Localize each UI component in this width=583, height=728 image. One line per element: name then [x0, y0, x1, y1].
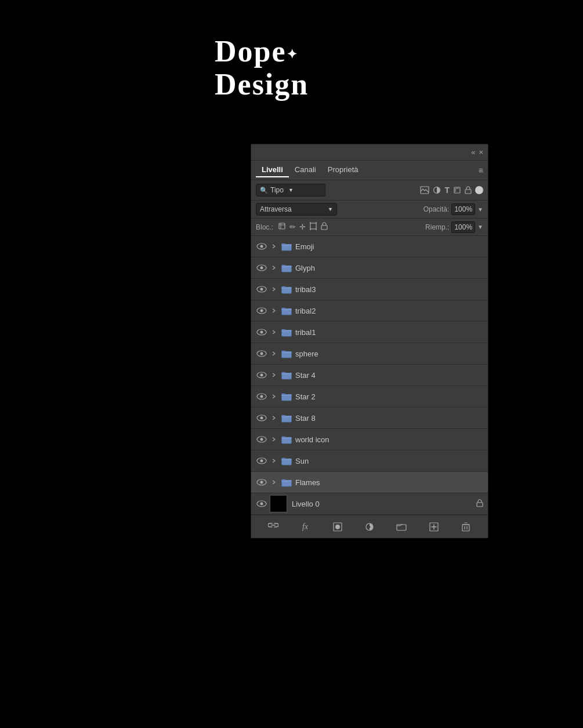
opacity-value[interactable]: 100%: [451, 203, 475, 215]
layer-name: Emoji: [295, 242, 483, 251]
tab-proprieta[interactable]: Proprietà: [322, 163, 364, 177]
link-layers-btn[interactable]: [266, 519, 281, 534]
lock-all-icon[interactable]: [321, 222, 328, 232]
layer-item[interactable]: Flames: [251, 472, 488, 493]
svg-point-70: [368, 526, 370, 527]
layer-item[interactable]: Star 2: [251, 386, 488, 407]
svg-rect-34: [281, 330, 291, 331]
tab-menu-icon[interactable]: ≡: [479, 166, 483, 175]
close-icon[interactable]: ×: [479, 148, 483, 156]
expand-chevron-icon[interactable]: [270, 328, 278, 336]
layer-name: tribal2: [295, 307, 483, 315]
svg-rect-30: [281, 308, 291, 310]
expand-chevron-icon[interactable]: [270, 307, 278, 315]
svg-point-60: [260, 481, 263, 484]
eye-icon[interactable]: [256, 392, 267, 401]
svg-rect-65: [477, 503, 483, 507]
lock-brush-icon[interactable]: ✏: [289, 223, 296, 231]
eye-icon[interactable]: [256, 285, 267, 294]
layer-item[interactable]: Emoji: [251, 236, 488, 257]
expand-chevron-icon[interactable]: [270, 414, 278, 422]
new-layer-btn[interactable]: [426, 519, 441, 534]
eye-icon[interactable]: [256, 499, 267, 508]
svg-rect-50: [281, 416, 291, 417]
fx-btn[interactable]: fx: [298, 519, 313, 534]
expand-chevron-icon[interactable]: [270, 350, 278, 358]
tab-livelli[interactable]: Livelli: [256, 163, 289, 177]
eye-icon[interactable]: [256, 306, 267, 315]
eye-icon[interactable]: [256, 435, 267, 444]
folder-icon: [280, 434, 293, 445]
filter-text-icon[interactable]: T: [444, 185, 450, 195]
expand-chevron-icon[interactable]: [270, 435, 278, 443]
layer-item[interactable]: sphere: [251, 343, 488, 365]
fill-section: Riemp.: 100% ▼: [425, 221, 483, 233]
blend-mode-dropdown[interactable]: Attraversa ▼: [256, 203, 337, 216]
tab-canali[interactable]: Canali: [289, 163, 322, 177]
folder-icon: [280, 413, 293, 423]
lock-row: Bloc.: ✏ ✛: [251, 219, 488, 236]
filter-crop-icon[interactable]: [453, 186, 461, 194]
opacity-section: Opacità: 100% ▼: [423, 203, 483, 215]
eye-icon[interactable]: [256, 413, 267, 423]
layer-item[interactable]: world icon: [251, 429, 488, 450]
svg-rect-46: [281, 394, 291, 395]
expand-chevron-icon[interactable]: [270, 392, 278, 401]
expand-chevron-icon[interactable]: [270, 285, 278, 293]
lock-position-icon[interactable]: [278, 222, 286, 232]
logo-line1: Dope✦: [215, 35, 309, 68]
eye-icon[interactable]: [256, 349, 267, 358]
svg-rect-5: [465, 190, 471, 194]
eye-icon[interactable]: [256, 327, 267, 337]
filter-image-icon[interactable]: [420, 186, 429, 194]
svg-point-32: [260, 331, 263, 334]
svg-point-28: [260, 310, 263, 312]
filter-circle-icon[interactable]: [433, 186, 441, 194]
fill-value[interactable]: 100%: [451, 221, 475, 233]
layer-mask-btn[interactable]: [330, 519, 345, 534]
layer-item[interactable]: Star 4: [251, 365, 488, 386]
layer-item[interactable]: Livello 0: [251, 493, 488, 515]
new-group-btn[interactable]: [394, 519, 409, 534]
svg-rect-14: [321, 225, 327, 230]
svg-point-56: [260, 460, 263, 463]
adjustment-layer-btn[interactable]: [362, 519, 377, 534]
panel-header-bar: « ×: [251, 144, 488, 161]
blend-mode-value: Attraversa: [260, 205, 292, 213]
eye-icon[interactable]: [256, 456, 267, 465]
filter-circle-white-btn[interactable]: [475, 186, 483, 194]
expand-chevron-icon[interactable]: [270, 457, 278, 465]
lock-label: Bloc.:: [256, 223, 273, 231]
expand-chevron-icon[interactable]: [270, 478, 278, 486]
layer-name: Livello 0: [292, 500, 474, 508]
lock-artboard-icon[interactable]: [309, 222, 317, 232]
collapse-icon[interactable]: «: [471, 148, 475, 156]
expand-chevron-icon[interactable]: [270, 242, 278, 250]
expand-chevron-icon[interactable]: [270, 264, 278, 272]
layer-item[interactable]: tribal2: [251, 300, 488, 322]
eye-icon[interactable]: [256, 263, 267, 272]
search-dropdown[interactable]: 🔍 Tipo ▼: [256, 184, 325, 196]
layer-item[interactable]: tribal1: [251, 322, 488, 343]
blend-dropdown-arrow: ▼: [328, 206, 333, 212]
fill-dropdown-arrow[interactable]: ▼: [477, 224, 483, 230]
svg-point-20: [260, 267, 263, 270]
layer-name: Star 8: [295, 414, 483, 423]
lock-move-icon[interactable]: ✛: [299, 223, 306, 231]
layer-name: Star 2: [295, 392, 483, 401]
eye-icon[interactable]: [256, 242, 267, 251]
layer-item[interactable]: Sun: [251, 450, 488, 472]
eye-icon[interactable]: [256, 478, 267, 487]
layer-item[interactable]: Glyph: [251, 257, 488, 279]
eye-icon[interactable]: [256, 370, 267, 380]
folder-icon: [280, 305, 293, 316]
layer-lock-icon: [476, 499, 483, 509]
filter-lock-icon[interactable]: [465, 186, 472, 194]
expand-chevron-icon[interactable]: [270, 371, 278, 379]
layer-item[interactable]: Star 8: [251, 407, 488, 429]
layer-name: world icon: [295, 435, 483, 444]
delete-layer-btn[interactable]: [458, 519, 473, 534]
layer-item[interactable]: tribal3: [251, 279, 488, 300]
fill-label: Riemp.:: [425, 223, 449, 231]
opacity-dropdown-arrow[interactable]: ▼: [477, 206, 483, 213]
